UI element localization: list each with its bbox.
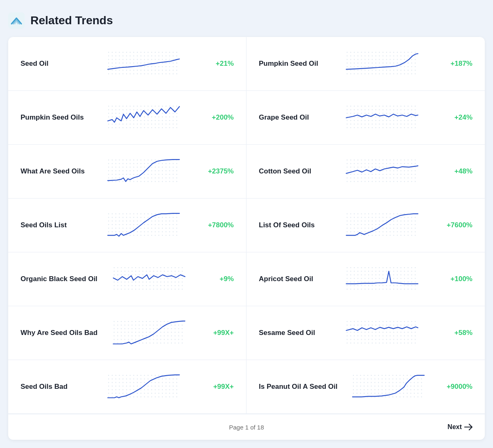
trend-percentage: +7600% (440, 221, 472, 229)
trend-cell[interactable]: Cotton Seed Oil+48% (246, 145, 485, 199)
trend-cell[interactable]: What Are Seed Oils+2375% (8, 145, 246, 199)
svg-rect-20 (346, 267, 418, 291)
trend-cell[interactable]: Seed Oils List+7800% (8, 199, 246, 252)
trend-name: Grape Seed Oil (259, 113, 325, 122)
logo-icon (8, 12, 25, 29)
trend-cell[interactable]: Pumpkin Seed Oil+187% (246, 37, 485, 91)
trend-chart (91, 51, 196, 76)
trend-name: Pumpkin Seed Oil (259, 60, 325, 68)
svg-rect-8 (346, 105, 418, 130)
trend-percentage: +21% (201, 60, 234, 68)
svg-rect-4 (346, 51, 418, 76)
trend-cell[interactable]: Why Are Seed Oils Bad+99X+ (8, 306, 246, 360)
trend-percentage: +187% (440, 60, 472, 68)
next-button[interactable]: Next (322, 423, 472, 431)
trend-cell[interactable]: Seed Oil+21% (8, 37, 246, 91)
trend-name: Seed Oils List (21, 221, 86, 229)
trend-percentage: +99X+ (201, 329, 234, 337)
trend-chart (329, 105, 435, 130)
svg-rect-2 (108, 51, 180, 76)
trend-chart (329, 159, 435, 184)
trend-name: Is Peanut Oil A Seed Oil (259, 383, 337, 391)
trend-percentage: +24% (440, 113, 472, 122)
trend-name: List Of Seed Oils (259, 221, 325, 229)
trend-name: Seed Oils Bad (21, 383, 86, 391)
arrow-right-icon (464, 424, 472, 430)
trend-cell[interactable]: Seed Oils Bad+99X+ (8, 360, 246, 414)
trend-percentage: +7800% (201, 221, 234, 229)
trend-chart (102, 267, 196, 291)
trend-name: Why Are Seed Oils Bad (21, 329, 97, 337)
trend-name: Cotton Seed Oil (259, 167, 325, 176)
trend-percentage: +48% (440, 167, 472, 176)
trend-name: Seed Oil (21, 60, 86, 68)
trend-percentage: +100% (440, 275, 472, 283)
trend-percentage: +200% (201, 113, 234, 122)
trend-cell[interactable]: Is Peanut Oil A Seed Oil+9000% (246, 360, 485, 414)
trend-percentage: +9000% (440, 383, 472, 391)
page-title: Related Trends (30, 14, 113, 27)
trend-name: What Are Seed Oils (21, 167, 86, 176)
trend-cell[interactable]: Sesame Seed Oil+58% (246, 306, 485, 360)
trend-chart (102, 321, 196, 345)
trend-cell[interactable]: Grape Seed Oil+24% (246, 91, 485, 145)
trend-cell[interactable]: Apricot Seed Oil+100% (246, 252, 485, 306)
svg-rect-26 (108, 374, 180, 399)
trend-name: Apricot Seed Oil (259, 275, 325, 283)
trend-chart (329, 267, 435, 291)
trend-chart (342, 374, 435, 399)
trend-name: Organic Black Seed Oil (21, 275, 97, 283)
trend-chart (91, 159, 196, 184)
trend-name: Pumpkin Seed Oils (21, 113, 86, 122)
trend-chart (329, 321, 435, 345)
trend-chart (91, 213, 196, 238)
svg-rect-22 (113, 321, 185, 345)
trends-grid: Seed Oil+21%Pumpkin Seed Oil+187%Pumpkin… (8, 37, 485, 414)
trend-percentage: +9% (201, 275, 234, 283)
svg-rect-14 (108, 213, 180, 238)
trend-name: Sesame Seed Oil (259, 329, 325, 337)
pagination-footer: Page 1 of 18 Next (8, 414, 485, 440)
trend-percentage: +99X+ (201, 383, 234, 391)
trend-chart (91, 374, 196, 399)
trend-cell[interactable]: Organic Black Seed Oil+9% (8, 252, 246, 306)
page-indicator: Page 1 of 18 (171, 424, 322, 431)
svg-rect-24 (346, 321, 418, 345)
svg-rect-12 (346, 159, 418, 184)
trend-cell[interactable]: Pumpkin Seed Oils+200% (8, 91, 246, 145)
trend-chart (329, 51, 435, 76)
trend-percentage: +2375% (201, 167, 234, 176)
trend-chart (91, 105, 196, 130)
trend-cell[interactable]: List Of Seed Oils+7600% (246, 199, 485, 252)
page-header: Related Trends (8, 8, 485, 37)
main-card: Seed Oil+21%Pumpkin Seed Oil+187%Pumpkin… (8, 37, 485, 440)
trend-chart (329, 213, 435, 238)
trend-percentage: +58% (440, 329, 472, 337)
svg-rect-6 (108, 105, 180, 130)
